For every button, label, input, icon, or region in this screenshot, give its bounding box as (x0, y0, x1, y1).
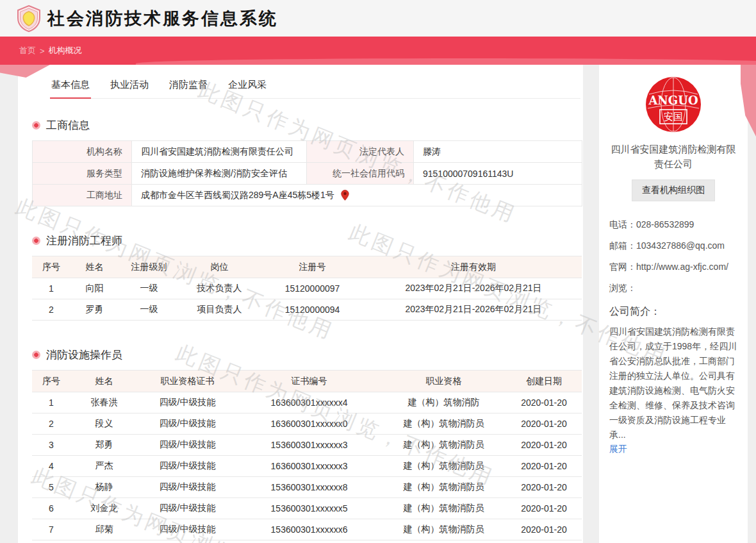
website-label: 官网： (609, 260, 636, 274)
table-cell: 1 (32, 392, 70, 414)
table-header-row: 序号 姓名 注册级别 岗位 注册号 注册有效期 (32, 256, 582, 278)
section-business-info: 工商信息 (32, 118, 583, 133)
phone-value: 028-86532899 (636, 218, 694, 231)
table-cell: 2020-01-20 (506, 456, 582, 477)
email-label: 邮箱： (609, 239, 636, 253)
tab-basic-info[interactable]: 基本信息 (50, 74, 91, 99)
section-title-text: 消防设施操作员 (46, 347, 122, 362)
table-cell: 163600301xxxxxx3 (237, 456, 381, 477)
table-cell: 153600301xxxxxx6 (237, 519, 381, 540)
table-cell: 四级/中级技能 (138, 435, 237, 456)
website-row: 官网： http://www.ag-xfjc.com/ (609, 260, 737, 274)
table-row: 1 向阳 一级 技术负责人 15120000097 2023年02月21日-20… (32, 278, 582, 299)
table-row: 7 邱菊 四级/中级技能 153600301xxxxxx6 建（构）筑物消防员 … (32, 519, 582, 540)
logo-text-en: ANGUO (648, 94, 698, 107)
tab-company-showcase[interactable]: 企业风采 (227, 74, 268, 98)
table-cell: 6 (32, 498, 70, 519)
view-org-chart-button[interactable]: 查看机构组织图 (632, 180, 715, 201)
field-value: 滕涛 (414, 141, 582, 163)
breadcrumb-separator: > (40, 46, 45, 56)
column-header: 姓名 (70, 371, 138, 392)
breadcrumb-current: 机构概况 (49, 45, 82, 56)
table-cell: 5 (32, 477, 70, 498)
table-cell: 163600301xxxxxx0 (237, 414, 381, 435)
table-cell: 四级/中级技能 (138, 414, 237, 435)
email-row: 邮箱： 1034327886@qq.com (609, 239, 737, 253)
table-row: 1 张春洪 四级/中级技能 163600301xxxxxx4 建（构）筑物消防 … (32, 392, 582, 414)
table-cell: 四级/中级技能 (138, 477, 237, 498)
table-cell: 3 (32, 435, 70, 456)
views-row: 浏览： (609, 281, 737, 295)
field-label: 工商地址 (33, 185, 132, 206)
table-cell: 一级 (119, 278, 179, 299)
table-row: 工商地址 成都市金牛区羊西线蜀汉路289号A座45栋5楼1号 (33, 185, 582, 206)
table-cell: 1 (32, 278, 70, 299)
column-header: 序号 (32, 371, 70, 392)
table-cell: 153600301xxxxxx8 (237, 477, 381, 498)
table-cell: 建（构）筑物消防 (381, 392, 506, 414)
table-cell: 张春洪 (70, 392, 138, 414)
table-cell: 4 (32, 456, 70, 477)
column-header: 证书编号 (237, 371, 381, 392)
phone-row: 电话： 028-86532899 (609, 218, 737, 231)
section-title-text: 工商信息 (46, 118, 90, 133)
table-cell: 建（构）筑物消防员 (381, 414, 506, 435)
breadcrumb-home-link[interactable]: 首页 (19, 45, 36, 56)
table-cell: 163600301xxxxxx4 (237, 392, 381, 414)
table-row: 2 段义 四级/中级技能 163600301xxxxxx0 建（构）筑物消防员 … (32, 414, 582, 435)
field-value: 四川省安国建筑消防检测有限责任公司 (132, 141, 307, 163)
field-label: 法定代表人 (307, 141, 414, 163)
table-cell: 2020-01-20 (506, 392, 582, 414)
column-header: 注册号 (259, 256, 365, 278)
field-value: 91510000709161143U (414, 163, 582, 185)
table-cell: 严杰 (70, 456, 138, 477)
table-row: 机构名称 四川省安国建筑消防检测有限责任公司 法定代表人 滕涛 (33, 141, 582, 163)
table-cell: 四级/中级技能 (138, 392, 237, 414)
tab-practice-activity[interactable]: 执业活动 (109, 74, 150, 98)
table-cell: 2020-01-20 (506, 519, 582, 540)
column-header: 注册有效期 (365, 256, 582, 278)
page-title: 社会消防技术服务信息系统 (47, 7, 278, 30)
operators-table: 序号 姓名 职业资格证书 证书编号 职业资格 创建日期 1 张春洪 四级/中级技… (32, 370, 582, 540)
app-header: 社会消防技术服务信息系统 (0, 0, 756, 37)
map-pin-icon[interactable] (341, 190, 349, 201)
table-cell: 向阳 (70, 278, 119, 299)
tab-fire-supervision[interactable]: 消防监督 (168, 74, 209, 98)
company-logo-anguo: ANGUO 安国 (645, 76, 702, 133)
field-label: 服务类型 (33, 163, 132, 185)
shield-logo-icon (17, 5, 41, 32)
table-header-row: 序号 姓名 职业资格证书 证书编号 职业资格 创建日期 (32, 371, 582, 392)
website-value[interactable]: http://www.ag-xfjc.com/ (636, 260, 728, 274)
table-cell: 项目负责人 (179, 299, 259, 321)
column-header: 职业资格 (381, 371, 506, 392)
table-cell: 2020-01-20 (506, 435, 582, 456)
column-header: 职业资格证书 (138, 371, 237, 392)
table-row: 6 刘金龙 四级/中级技能 153600301xxxxxx5 建（构）筑物消防员… (32, 498, 582, 519)
section-title-text: 注册消防工程师 (46, 233, 122, 248)
views-label: 浏览： (609, 281, 636, 295)
company-name: 四川省安国建筑消防检测有限责任公司 (609, 142, 737, 171)
address-text: 成都市金牛区羊西线蜀汉路289号A座45栋5楼1号 (141, 190, 334, 201)
table-cell: 2020-01-20 (506, 477, 582, 498)
table-row: 2 罗勇 一级 项目负责人 15120000094 2023年02月21日-20… (32, 299, 582, 321)
field-label: 机构名称 (33, 141, 132, 163)
main-panel: 基本信息 执业活动 消防监督 企业风采 工商信息 机构名称 四川省安国建筑消防检… (18, 65, 583, 543)
table-cell: 7 (32, 519, 70, 540)
engineers-table: 序号 姓名 注册级别 岗位 注册号 注册有效期 1 向阳 一级 技术负责人 15… (32, 256, 582, 321)
phone-label: 电话： (609, 218, 636, 231)
table-cell: 四级/中级技能 (138, 498, 237, 519)
business-info-table: 机构名称 四川省安国建筑消防检测有限责任公司 法定代表人 滕涛 服务类型 消防设… (32, 140, 582, 206)
table-cell: 2 (32, 299, 70, 321)
table-cell: 15120000097 (259, 278, 365, 299)
table-cell: 建（构）筑物消防员 (381, 519, 506, 540)
table-cell: 153600301xxxxxx5 (237, 498, 381, 519)
company-intro-text: 四川省安国建筑消防检测有限责任公司，成立于1998年，经四川省公安消防总队批准，… (609, 324, 737, 442)
table-cell: 罗勇 (70, 299, 119, 321)
column-header: 岗位 (179, 256, 259, 278)
section-registered-engineers: 注册消防工程师 (32, 233, 583, 248)
expand-link[interactable]: 展开 (609, 444, 627, 455)
table-cell: 建（构）筑物消防员 (381, 435, 506, 456)
table-row: 服务类型 消防设施维护保养检测/消防安全评估 统一社会信用代码 91510000… (33, 163, 582, 185)
section-bullet-icon (32, 237, 40, 245)
table-cell: 2020-01-20 (506, 414, 582, 435)
